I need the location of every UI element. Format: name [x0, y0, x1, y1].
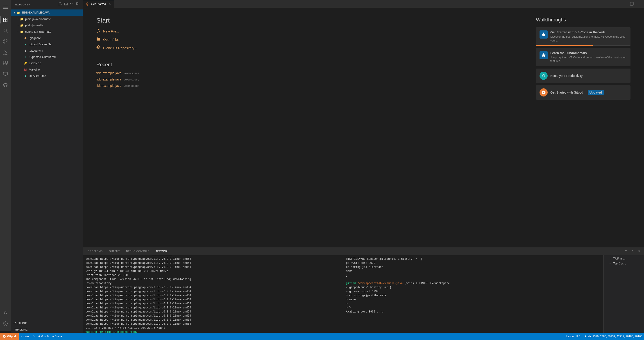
editor-panel-split: Start New File...	[83, 8, 644, 333]
add-terminal-icon[interactable]: +	[616, 248, 622, 254]
tree-item-gitpod-yml[interactable]: › ! .gitpod.yml	[11, 47, 83, 54]
explorer-tree: ▾ 📁 TIDB-EXAMPLE-JAVA › 📁 plain-java-hib…	[11, 9, 83, 320]
clone-git-label: Clone Git Repository...	[103, 46, 137, 50]
walkthrough-fundamentals[interactable]: Learn the Fundamentals Jump right into V…	[536, 48, 630, 67]
close-icon[interactable]: ×	[108, 2, 110, 6]
walkthrough-title-1: Learn the Fundamentals	[550, 51, 627, 55]
term-prompt-branch: (main) $ HISTFILE=/workspace	[404, 282, 450, 285]
tree-item-gitpod-dockerfile[interactable]: › • .gitpod.Dockerfile	[11, 41, 83, 47]
refresh-icon[interactable]	[70, 2, 74, 7]
svg-point-10	[6, 40, 8, 41]
term-line: download https://tiup-mirrors.pingcap.co…	[86, 322, 340, 326]
explorer-icon[interactable]	[0, 15, 11, 25]
walkthrough-desc-1: Jump right into VS Code and get an overv…	[550, 56, 627, 63]
svg-point-24	[5, 323, 6, 324]
layout-status[interactable]: Layout: U.S.	[564, 333, 583, 340]
run-debug-icon[interactable]	[0, 47, 11, 58]
maximize-panel-icon[interactable]: ∧	[630, 248, 636, 254]
branch-label: main	[23, 335, 29, 338]
tab-output[interactable]: OUTPUT	[106, 247, 123, 255]
terminal-list: → TiUP init... → Test Cas...	[604, 255, 644, 333]
tree-root-folder[interactable]: ▾ 📁 TIDB-EXAMPLE-JAVA	[11, 10, 83, 16]
terminal-list-item-tiup[interactable]: → TiUP init...	[604, 256, 644, 261]
term-awaiting: Awaiting port 3930... □	[346, 310, 601, 314]
tree-item-gitignore[interactable]: › ◆ .gitignore	[11, 35, 83, 41]
recent-path-1: /workspace	[124, 78, 140, 81]
timeline-header[interactable]: › TIMELINE	[11, 326, 83, 333]
progress-fill-0	[536, 45, 593, 46]
dockerfile-icon: •	[24, 42, 28, 46]
term-prompt-line: gitpod /workspace/tidb-example-java (mai…	[346, 281, 601, 285]
file-label: .gitpod.Dockerfile	[29, 43, 51, 46]
search-icon[interactable]	[0, 25, 11, 36]
new-file-link[interactable]: New File...	[96, 29, 518, 34]
recent-name-1[interactable]: tidb-example-java	[96, 78, 121, 81]
source-control-icon[interactable]	[0, 36, 11, 47]
walkthrough-vscode-web[interactable]: Get Started with VS Code in the Web Disc…	[536, 27, 630, 46]
recent-item-1: tidb-example-java /workspace	[96, 78, 518, 81]
term-line-r: >	[346, 302, 601, 306]
svg-rect-6	[6, 20, 7, 22]
share-status[interactable]: ⌁ Share	[50, 333, 64, 340]
recent-name-0[interactable]: tidb-example-java	[96, 71, 121, 75]
walkthrough-gitpod[interactable]: Get Started with Gitpod Updated	[536, 85, 630, 100]
file-label: plain-java-jdbc	[25, 24, 44, 27]
tree-item-plain-java-jdbc[interactable]: › 📁 plain-java-jdbc	[11, 22, 83, 28]
menu-icon[interactable]	[0, 2, 11, 13]
terminal-left[interactable]: download https://tiup-mirrors.pingcap.co…	[83, 255, 344, 333]
gitpod-status-button[interactable]: Gitpod	[0, 333, 19, 340]
start-title: Start	[96, 17, 518, 24]
accounts-icon[interactable]	[0, 307, 11, 318]
branch-status[interactable]: ⑂ main	[19, 333, 30, 340]
tab-label: Get Started	[91, 2, 106, 6]
more-actions-icon[interactable]: ...	[636, 1, 642, 7]
new-folder-icon[interactable]	[64, 2, 68, 7]
recent-name-2[interactable]: tidb-example-java	[96, 84, 121, 87]
status-left: Gitpod ⑂ main ↻ ⊗ 0 ⚠ 0 ⌁ Share	[0, 333, 64, 340]
sidebar-header-icons	[58, 2, 80, 7]
svg-rect-20	[4, 72, 8, 75]
split-editor-icon[interactable]	[629, 1, 635, 7]
clone-git-link[interactable]: Clone Git Repository...	[96, 45, 518, 51]
close-panel-icon[interactable]: ×	[636, 248, 642, 254]
tab-terminal[interactable]: TERMINAL	[152, 247, 172, 255]
recent-item-0: tidb-example-java /workspace	[96, 71, 518, 75]
sync-status[interactable]: ↻	[30, 333, 36, 340]
term-line: download https://tiup-mirrors.pingcap.co…	[86, 314, 340, 318]
open-file-link[interactable]: Open File...	[96, 37, 518, 42]
split-terminal-icon[interactable]: ⌃	[623, 248, 629, 254]
tab-problems[interactable]: PROBLEMS	[85, 247, 106, 255]
walkthrough-fundamentals-text: Learn the Fundamentals Jump right into V…	[550, 51, 627, 63]
panel-tabs: PROBLEMS OUTPUT DEBUG CONSOLE TERMINAL +…	[83, 247, 644, 255]
tree-item-plain-java-hibernate[interactable]: › 📁 plain-java-hibernate	[11, 16, 83, 22]
tree-item-license[interactable]: › 🔑 LICENSE	[11, 60, 83, 66]
collapse-icon[interactable]	[76, 2, 80, 7]
term-line: The component `tidb` version v6.0.0 is n…	[86, 277, 340, 281]
term-line: download https://tiup-mirrors.pingcap.co…	[86, 302, 340, 306]
walkthroughs-section: Walkthroughs Get Started with VS Code in…	[536, 17, 630, 238]
new-file-link-icon	[96, 29, 100, 34]
tree-item-expected-output[interactable]: › ↓ Expected-Output.md	[11, 54, 83, 60]
terminal-list-item-testcase[interactable]: → Test Cas...	[604, 261, 644, 266]
sync-icon: ↻	[32, 335, 35, 338]
ports-status[interactable]: Ports: 2379, 2380, 39739, 42917, 20180, …	[583, 333, 644, 340]
github-icon[interactable]	[0, 79, 11, 90]
tree-item-makefile[interactable]: › M Makefile	[11, 66, 83, 73]
tree-item-readme[interactable]: › ℹ README.md	[11, 73, 83, 79]
outline-header[interactable]: › OUTLINE	[11, 320, 83, 326]
new-file-icon[interactable]	[58, 2, 62, 7]
tab-debug-console[interactable]: DEBUG CONSOLE	[123, 247, 152, 255]
remote-explorer-icon[interactable]	[0, 69, 11, 79]
tree-item-spring-jpa-hibernate[interactable]: › 📁 spring-jpa-hibernate	[11, 28, 83, 35]
terminal-right[interactable]: HISTFILE=/workspace/.gitpod/cmd-1 histor…	[344, 255, 604, 333]
extensions-icon[interactable]	[0, 58, 11, 69]
tab-actions: ...	[627, 0, 644, 8]
error-status[interactable]: ⊗ 0 ⚠ 0	[36, 333, 50, 340]
fundamentals-icon	[540, 51, 548, 59]
term-line: .tar.gz 47.86 MiB / 47.86 MiB 100.00% 27…	[86, 326, 340, 330]
chevron-right-icon: ›	[16, 17, 20, 21]
walkthrough-productivity[interactable]: Boost your Productivity	[536, 69, 630, 83]
tab-get-started[interactable]: Get Started ×	[83, 0, 114, 8]
settings-icon[interactable]	[0, 318, 11, 329]
svg-marker-26	[87, 4, 88, 5]
